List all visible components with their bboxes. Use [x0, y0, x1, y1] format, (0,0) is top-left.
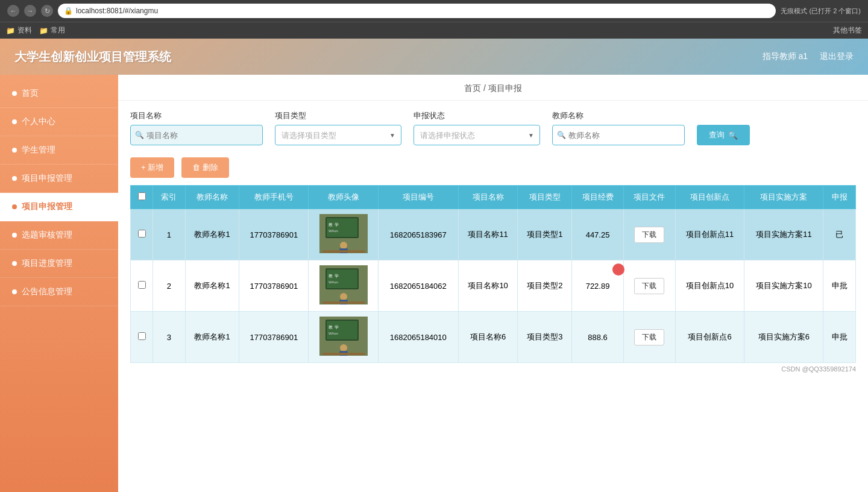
dot-icon: [12, 289, 17, 294]
url-bar[interactable]: 🔒 localhost:8081/#/xiangmu: [58, 4, 776, 18]
submit-status-select-wrapper: 请选择申报状态: [414, 125, 540, 145]
row-project-expense: 888.6: [572, 312, 624, 363]
row-teacher-name: 教师名称1: [185, 260, 239, 312]
project-name-input-wrapper: 🔍: [130, 125, 263, 145]
teacher-name-input[interactable]: [552, 125, 685, 145]
table-container: 索引 教师名称 教师手机号 教师头像 项目编号 项目名称 项目类型 项目经费 项…: [118, 185, 868, 363]
dot-icon: [12, 233, 17, 238]
search-row: 项目名称 🔍 项目类型 请选择项目类型: [130, 110, 856, 145]
sidebar: 首页 个人中心 学生管理 项目申报管理 项目申报管理 选题审核管理: [0, 75, 118, 492]
dot-icon: [12, 119, 17, 124]
row-project-type: 项目类型1: [518, 209, 572, 260]
row-project-expense: 447.25: [572, 209, 624, 260]
sidebar-item-topic-review[interactable]: 选题审核管理: [0, 221, 118, 250]
app-title: 大学生创新创业项目管理系统: [14, 49, 171, 65]
svg-text:WAsn: WAsn: [329, 332, 338, 335]
add-button[interactable]: + 新增: [130, 157, 174, 178]
sidebar-item-progress[interactable]: 项目进度管理: [0, 250, 118, 278]
svg-text:学: 学: [335, 274, 339, 278]
th-project-name: 项目名称: [458, 186, 518, 209]
svg-text:学: 学: [335, 222, 339, 227]
app-container: 大学生创新创业项目管理系统 指导教师 a1 退出登录 首页 个人中心 学生管理 …: [0, 39, 868, 492]
row-project-plan: 项目实施方案6: [744, 312, 823, 363]
bookmark-label: 📁: [39, 27, 48, 35]
incognito-label: 无痕模式 (已打开 2 个窗口): [781, 7, 861, 16]
dot-icon: [12, 91, 17, 96]
watermark: CSDN @QQ3359892174: [118, 363, 868, 375]
row-teacher-name: 教师名称1: [185, 209, 239, 260]
forward-button[interactable]: →: [24, 5, 36, 17]
row-index: 2: [153, 260, 185, 312]
app-header: 大学生创新创业项目管理系统 指导教师 a1 退出登录: [0, 39, 868, 75]
search-btn-wrapper: x 查询 🔍: [697, 112, 750, 145]
row-teacher-phone: 17703786901: [239, 312, 309, 363]
project-type-label: 项目类型: [275, 110, 401, 121]
search-teacher-icon: 🔍: [557, 131, 566, 139]
data-table: 索引 教师名称 教师手机号 教师头像 项目编号 项目名称 项目类型 项目经费 项…: [130, 185, 856, 363]
search-field-submit-status: 申报状态 请选择申报状态: [414, 110, 540, 145]
svg-point-27: [340, 344, 347, 352]
other-bookmarks[interactable]: 其他书签: [833, 25, 862, 36]
url-text: localhost:8081/#/xiangmu: [76, 7, 158, 15]
refresh-button[interactable]: ↻: [41, 5, 53, 17]
project-type-select[interactable]: 请选择项目类型: [275, 125, 401, 145]
row-checkbox-0[interactable]: [138, 230, 146, 238]
delete-button[interactable]: 🗑 删除: [181, 157, 229, 178]
row-teacher-phone: 17703786901: [239, 209, 309, 260]
bookmark-ziliao[interactable]: 📁 资料: [6, 25, 32, 36]
svg-text:教: 教: [329, 274, 333, 278]
search-button[interactable]: 查询 🔍: [697, 125, 750, 145]
svg-rect-3: [327, 218, 357, 237]
submit-status-label: 申报状态: [414, 110, 540, 121]
back-button[interactable]: ←: [7, 5, 19, 17]
project-name-label: 项目名称: [130, 110, 263, 121]
search-field-teacher-name: 教师名称 🔍: [552, 110, 685, 145]
bookmarks-bar: 📁 资料 📁 常用 其他书签: [0, 22, 868, 39]
sidebar-item-project-mgmt[interactable]: 项目申报管理: [0, 165, 118, 193]
th-checkbox: [131, 186, 153, 209]
row-project-type: 项目类型2: [518, 260, 572, 312]
th-project-expense: 项目经费: [572, 186, 624, 209]
download-button-2[interactable]: 下载: [634, 329, 664, 345]
breadcrumb-home[interactable]: 首页: [464, 83, 481, 93]
sidebar-item-home[interactable]: 首页: [0, 80, 118, 108]
svg-point-17: [340, 293, 347, 300]
row-teacher-avatar: 教 学 WAsn: [309, 312, 379, 363]
sidebar-item-students[interactable]: 学生管理: [0, 136, 118, 165]
row-checkbox-2[interactable]: [138, 332, 146, 340]
svg-text:学: 学: [335, 325, 339, 329]
sidebar-item-announcement[interactable]: 公告信息管理: [0, 278, 118, 306]
action-bar: + 新增 🗑 删除: [118, 153, 868, 185]
download-button-1[interactable]: 下载: [634, 278, 664, 294]
project-name-input[interactable]: [130, 125, 263, 145]
project-type-select-wrapper: 请选择项目类型: [275, 125, 401, 145]
row-project-innovation: 项目创新点11: [675, 209, 744, 260]
th-teacher-avatar: 教师头像: [309, 186, 379, 209]
sidebar-item-personal[interactable]: 个人中心: [0, 108, 118, 136]
logout-button[interactable]: 退出登录: [820, 51, 854, 62]
table-header-row: 索引 教师名称 教师手机号 教师头像 项目编号 项目名称 项目类型 项目经费 项…: [131, 186, 856, 209]
teacher-name-label: 教师名称: [552, 110, 685, 121]
th-index: 索引: [153, 186, 185, 209]
th-teacher-phone: 教师手机号: [239, 186, 309, 209]
download-button-0[interactable]: 下载: [634, 227, 664, 243]
row-project-plan: 项目实施方案10: [744, 260, 823, 312]
table-row: 1 教师名称1 17703786901 教 学 WAsn 16820651839…: [131, 209, 856, 260]
row-index: 1: [153, 209, 185, 260]
bookmark-label: 📁: [6, 27, 15, 35]
svg-rect-19: [322, 301, 365, 304]
th-submit-status: 申报: [823, 186, 856, 209]
sidebar-item-project-active[interactable]: 项目申报管理: [0, 193, 118, 221]
row-checkbox-1[interactable]: [138, 281, 146, 289]
select-all-checkbox[interactable]: [138, 192, 146, 200]
search-btn-icon: 🔍: [728, 131, 738, 140]
row-project-expense: 722.89: [572, 260, 624, 312]
row-project-name: 项目名称6: [458, 312, 518, 363]
row-project-number: 1682065184010: [378, 312, 458, 363]
submit-status-select[interactable]: 请选择申报状态: [414, 125, 540, 145]
row-teacher-phone: 17703786901: [239, 260, 309, 312]
dot-icon: [12, 176, 17, 181]
browser-actions: 无痕模式 (已打开 2 个窗口): [781, 7, 861, 16]
row-project-name: 项目名称11: [458, 209, 518, 260]
bookmark-changyong[interactable]: 📁 常用: [39, 25, 65, 36]
